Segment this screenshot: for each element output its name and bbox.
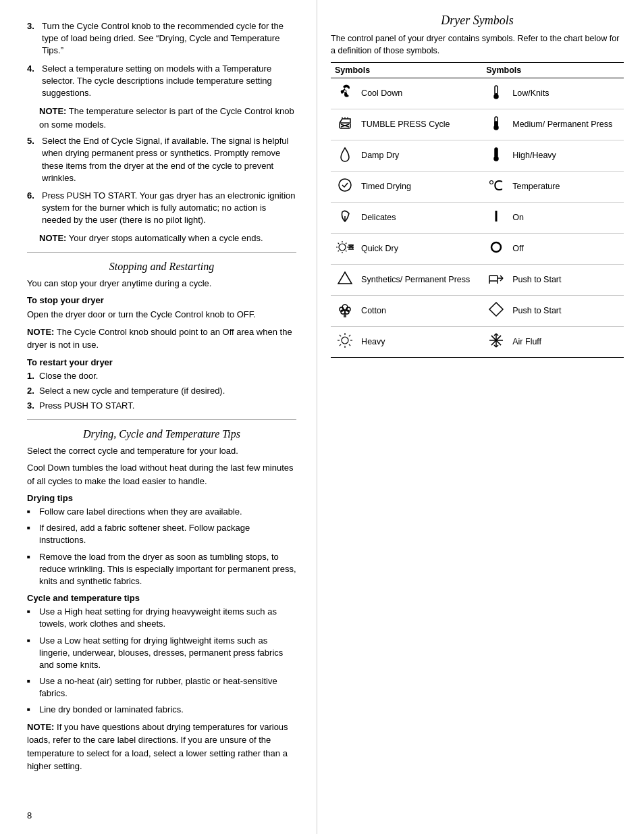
drying-tip-2: If desired, add a fabric softener sheet.… [27, 522, 296, 546]
svg-point-14 [494, 157, 498, 161]
step-3-num: 3. [27, 20, 39, 57]
heavy-label: Heavy [358, 327, 482, 358]
drying-tip-3: Remove the load from the dryer as soon a… [27, 551, 296, 588]
stopping-intro: You can stop your dryer anytime during a… [27, 277, 296, 290]
stop-note-bold: NOTE: [27, 327, 54, 337]
push-to-start-1-label: Push to Start [510, 265, 624, 296]
stop-note: NOTE: The Cycle Control knob should poin… [27, 325, 296, 352]
table-row: Timed Drying ℃ Temperature [331, 172, 624, 203]
svg-rect-13 [495, 148, 498, 157]
final-note: NOTE: If you have questions about drying… [27, 721, 296, 773]
drying-title: Drying, Cycle and Temperature Tips [27, 428, 296, 440]
table-row: Synthetics/ Permanent Press Push to Star… [331, 265, 624, 296]
page-number: 8 [27, 810, 32, 820]
air-fluff-icon [482, 327, 510, 358]
svg-point-48 [342, 337, 348, 344]
table-row: Damp Dry High/Heavy [331, 140, 624, 172]
tumble-press-label: TUMBLE PRESS Cycle [358, 109, 482, 140]
tumble-press-icon [331, 109, 358, 140]
step-5-num: 5. [27, 135, 39, 184]
heavy-icon [331, 327, 358, 358]
final-note-text: If you have questions about drying tempe… [27, 722, 288, 772]
svg-line-27 [346, 243, 346, 244]
restart-step-1-num: 1. [27, 370, 39, 382]
table-row: TUMBLE PRESS Cycle Medium/ Permanent Pre… [331, 109, 624, 140]
step-5: 5. Select the End of Cycle Signal, if av… [27, 135, 296, 184]
on-icon [482, 203, 510, 234]
step-4-num: 4. [27, 63, 39, 100]
svg-line-53 [339, 335, 340, 336]
cotton-icon [331, 296, 358, 327]
restart-steps: 1. Close the door. 2. Select a new cycle… [27, 370, 296, 413]
low-knits-icon [482, 78, 510, 109]
cotton-label: Cotton [358, 296, 482, 327]
stop-note-text: The Cycle Control knob should point to a… [27, 327, 292, 350]
cycle-tip-2: Use a Low heat setting for drying lightw… [27, 635, 296, 672]
svg-point-32 [491, 242, 501, 252]
step-5-text: Select the End of Cycle Signal, if avail… [42, 135, 296, 184]
temperature-label: Temperature [510, 172, 624, 203]
divider-1 [27, 252, 296, 253]
restart-step-3: 3. Press PUSH TO START. [27, 400, 296, 412]
restart-step-1-text: Close the door. [39, 370, 98, 382]
synthetics-icon [331, 265, 358, 296]
svg-marker-47 [489, 303, 503, 316]
on-label: On [510, 203, 624, 234]
cycle-tips-list: Use a High heat setting for drying heavy… [27, 606, 296, 716]
svg-line-25 [346, 251, 346, 251]
table-row: Cool Down Low/Knits [331, 78, 624, 109]
cycle-tip-3: Use a no-heat (air) setting for rubber, … [27, 675, 296, 700]
step-6-text: Press PUSH TO START. Your gas dryer has … [42, 190, 296, 227]
stopping-title: Stopping and Restarting [27, 261, 296, 273]
symbols-intro: The control panel of your dryer contains… [331, 33, 624, 57]
drying-tip-1: Follow care label directions when they a… [27, 506, 296, 518]
restart-step-2-text: Select a new cycle and temperature (if d… [39, 385, 225, 397]
step-4-note: NOTE: The temperature selector is part o… [39, 105, 296, 131]
col1-header: Symbols [331, 63, 482, 78]
cool-down-icon [331, 78, 358, 109]
delicates-label: Delicates [358, 203, 482, 234]
right-column: Dryer Symbols The control panel of your … [317, 0, 644, 834]
cycle-temp-heading: Cycle and temperature tips [27, 593, 296, 603]
restart-heading: To restart your dryer [27, 357, 296, 367]
drying-tips-heading: Drying tips [27, 493, 296, 503]
drying-intro1: Select the correct cycle and temperature… [27, 444, 296, 458]
restart-step-3-num: 3. [27, 400, 39, 412]
step-4: 4. Select a temperature setting on model… [27, 63, 296, 100]
drying-tips-list: Follow care label directions when they a… [27, 506, 296, 588]
table-row: Heavy Air Fluff [331, 327, 624, 358]
svg-text:R: R [349, 243, 354, 250]
temperature-icon: ℃ [482, 172, 510, 203]
medium-perm-label: Medium/ Permanent Press [510, 109, 624, 140]
dryer-symbols-title: Dryer Symbols [331, 14, 624, 28]
step-4-note-bold: NOTE: [39, 106, 66, 116]
stop-text: Open the dryer door or turn the Cycle Co… [27, 308, 296, 321]
damp-dry-icon [331, 140, 358, 172]
divider-2 [27, 419, 296, 420]
damp-dry-label: Damp Dry [358, 140, 482, 172]
restart-step-1: 1. Close the door. [27, 370, 296, 382]
table-row: Cotton Push to Start [331, 296, 624, 327]
cool-down-label: Cool Down [358, 78, 482, 109]
step-6-note: NOTE: Your dryer stops automatically whe… [39, 232, 296, 245]
svg-point-19 [339, 244, 346, 251]
svg-line-26 [338, 251, 338, 251]
quick-dry-label: Quick Dry [358, 234, 482, 265]
step-3: 3. Turn the Cycle Control knob to the re… [27, 20, 296, 57]
svg-point-15 [339, 179, 351, 191]
step-6: 6. Press PUSH TO START. Your gas dryer h… [27, 190, 296, 227]
step-6-num: 6. [27, 190, 39, 227]
table-row: Delicates On [331, 203, 624, 234]
col2-header: Symbols [482, 63, 624, 78]
restart-step-3-text: Press PUSH TO START. [39, 400, 134, 412]
synthetics-label: Synthetics/ Permanent Press [358, 265, 482, 296]
svg-point-12 [494, 126, 498, 130]
svg-marker-33 [338, 272, 352, 284]
step-3-text: Turn the Cycle Control knob to the recom… [42, 20, 296, 57]
medium-perm-icon [482, 109, 510, 140]
high-heavy-label: High/Heavy [510, 140, 624, 172]
quick-dry-icon: R [331, 234, 358, 265]
delicates-icon [331, 203, 358, 234]
timed-drying-icon [331, 172, 358, 203]
high-heavy-icon [482, 140, 510, 172]
